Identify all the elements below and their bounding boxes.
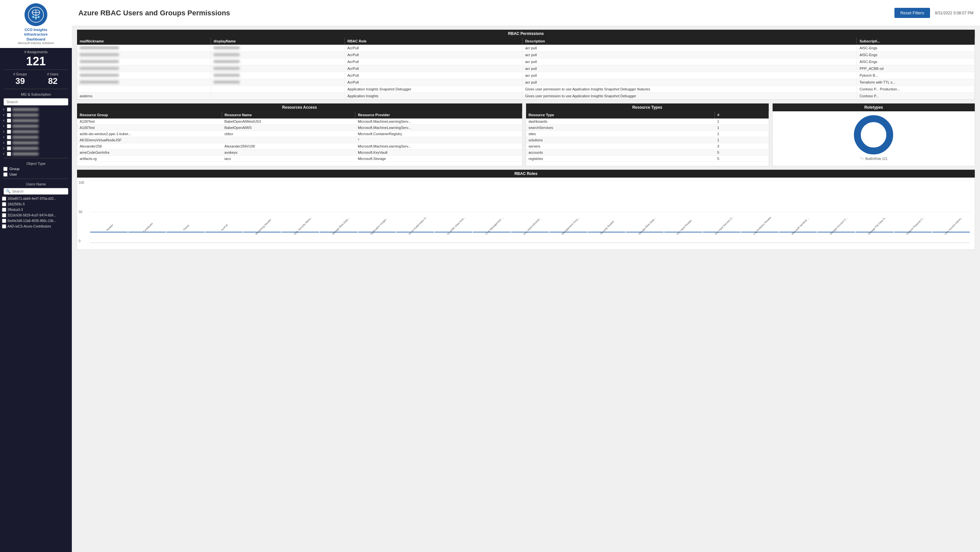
cell-rg: Alexander256	[77, 143, 222, 149]
cell-mailnickname: asdemo	[77, 93, 211, 100]
user-item[interactable]: 322dc636-5829-4cd7-9474-6b9...	[2, 213, 70, 218]
resource-types-header: Resource Types	[526, 103, 769, 111]
cell-mailnickname	[77, 52, 211, 59]
users-search-box[interactable]: 🔍	[3, 188, 68, 195]
list-item[interactable]: ∨	[3, 151, 69, 157]
bar-group: Log Analytics Reader	[741, 232, 778, 236]
reset-filters-button[interactable]: Reset Filters	[894, 8, 930, 18]
bar-group: 47Contributor	[128, 232, 166, 236]
bar-chart-area: 91Reader47Contributor30OwnerAcrPullMonit…	[90, 181, 970, 236]
logo-area: CCO Insights Infrastructure Dashboard Mi…	[0, 0, 72, 48]
bar-group: Cost Management ...	[473, 232, 511, 236]
cell-displayname	[211, 45, 345, 52]
bar-label: Microsoft Sentinel ...	[791, 220, 807, 236]
bar	[779, 232, 817, 232]
object-type-label: Object Type	[0, 160, 72, 166]
cell-provider: Microsoft.KeyVault	[355, 149, 522, 156]
resource-types-table-wrapper[interactable]: Resource Type # dashboards 1 searchServi…	[526, 111, 769, 162]
cell-type: sites	[526, 131, 715, 137]
groups-stat: # Groups 39	[13, 73, 27, 86]
cell-count: 1	[714, 125, 768, 131]
cell-count: 1	[714, 119, 768, 125]
user-item[interactable]: 18d2569c-5	[2, 201, 70, 207]
resources-access-header: Resources Access	[77, 103, 522, 111]
bar	[358, 232, 396, 232]
cell-mailnickname	[77, 86, 211, 93]
table-row: AcrPull acr pull Terraform with TTL s...	[77, 79, 975, 86]
bar	[588, 232, 625, 232]
bar-group: Storage Blob Data ...	[626, 232, 663, 236]
list-item[interactable]: ∨	[3, 112, 69, 118]
bar-group: Microsoft Sentinel ...	[779, 232, 817, 236]
bar-label: Storage Account C...	[829, 220, 845, 236]
bar: 47	[128, 232, 166, 232]
user-item[interactable]: AAD-IaCS-Azure-Contributors	[2, 224, 70, 229]
bar	[435, 232, 472, 232]
user-item[interactable]: 6ed4e3d8-12a8-4035-966c-13b...	[2, 218, 70, 224]
bar-group: AzureML Data Scie...	[435, 232, 472, 236]
col-provider: Resource Provider	[355, 111, 522, 119]
svg-point-10	[863, 124, 885, 146]
cell-description: acr pull	[522, 72, 857, 79]
rbac-permissions-table-wrapper[interactable]: mailNickname displayName RBAC Role Descr…	[77, 38, 975, 100]
bar-label: Owner	[178, 220, 194, 236]
cell-rg: AKSDemoVirtualNodeJSF	[77, 137, 222, 143]
cell-name: Alexander256V100	[222, 143, 355, 149]
bar-label: Application Insight...	[370, 220, 386, 236]
cell-count: 1	[714, 131, 768, 137]
sidebar: CCO Insights Infrastructure Dashboard Mi…	[0, 0, 72, 552]
table-row: sites 1	[526, 131, 769, 137]
bar-label: Security Reader	[599, 220, 615, 236]
roletypes-header: Roletypes	[773, 103, 975, 111]
cell-type: registries	[526, 156, 715, 162]
table-row: asdemo Application Insights Gives user p…	[77, 93, 975, 100]
table-row: AcrPull acr pull PPP_ACBB od	[77, 65, 975, 72]
list-item[interactable]: ∨	[3, 124, 69, 129]
bar	[320, 232, 357, 232]
cell-mailnickname	[77, 79, 211, 86]
object-type-group[interactable]: Group	[0, 166, 72, 172]
list-item[interactable]: ∨	[3, 107, 69, 112]
bar-label: Reader	[102, 220, 118, 236]
list-item[interactable]: ∨	[3, 118, 69, 124]
bar	[856, 232, 893, 232]
cell-count: 3	[714, 143, 768, 149]
list-item[interactable]: ∨	[3, 146, 69, 151]
list-item[interactable]: ∨	[3, 135, 69, 140]
bar	[894, 232, 932, 232]
cell-description: acr pull	[522, 79, 857, 86]
users-search-input[interactable]	[12, 189, 66, 193]
cell-provider: Microsoft.MachineLearningServ...	[355, 119, 522, 125]
object-type-user[interactable]: User	[0, 172, 72, 177]
cell-type: accounts	[526, 149, 715, 156]
list-item[interactable]: ∨	[3, 129, 69, 135]
cell-mailnickname	[77, 45, 211, 52]
users-stat: # Users 82	[47, 73, 58, 86]
bar	[473, 232, 511, 232]
search-icon: 🔍	[6, 189, 11, 194]
bar	[396, 232, 434, 232]
resources-access-table-wrapper[interactable]: Resource Group Resource Name Resource Pr…	[77, 111, 522, 162]
cell-role: AcrPull	[345, 72, 522, 79]
bar	[932, 232, 970, 232]
user-item[interactable]: 2ffedca3-3	[2, 207, 70, 213]
bar-group: User Access Admin...	[932, 232, 970, 236]
cell-description: acr pull	[522, 59, 857, 65]
rbac-roles-chart-header: RBAC Roles	[77, 170, 975, 178]
groups-users-stats: # Groups 39 # Users 82	[0, 71, 72, 87]
list-item[interactable]: ∨	[3, 140, 69, 146]
bar	[741, 232, 778, 232]
bar-group: 30Owner	[167, 232, 204, 236]
cell-rg: A100Test	[77, 125, 222, 131]
topbar-right: Reset Filters 8/31/2022 5:08:07 PM	[894, 8, 974, 18]
cell-mailnickname	[77, 59, 211, 65]
timestamp: 8/31/2022 5:08:07 PM	[935, 11, 974, 15]
mg-search-input[interactable]	[3, 98, 68, 105]
main-content: Azure RBAC Users and Groups Permissions …	[72, 0, 980, 552]
bar-group: Support Request C...	[894, 232, 932, 236]
cell-rg: A100Test	[77, 119, 222, 125]
cell-description: Gives user permission to use Application…	[522, 93, 857, 100]
cell-description: acr pull	[522, 45, 857, 52]
user-item[interactable]: 160a8571-abb9-4e47-970a-d32...	[2, 196, 70, 201]
bar-label: Cost Management ...	[485, 220, 501, 236]
